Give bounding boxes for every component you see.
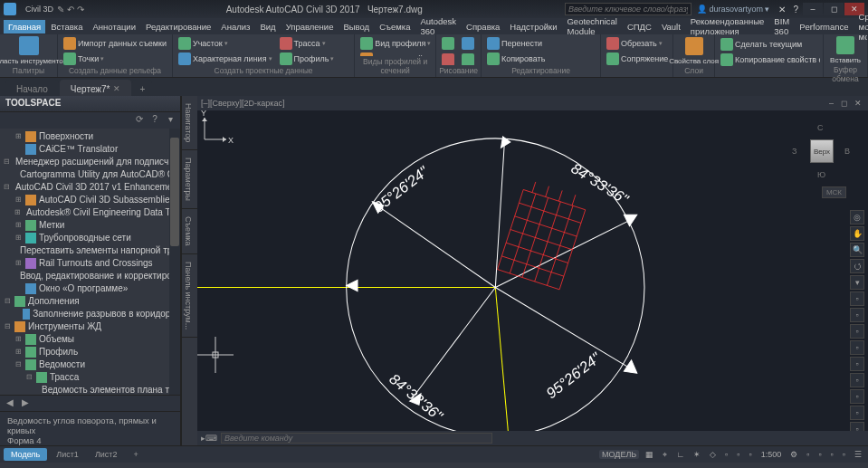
maximize-button[interactable]: ◻ — [824, 3, 844, 15]
nav-i5-icon[interactable]: ▫ — [850, 357, 864, 371]
wcs-label[interactable]: МСК — [822, 186, 846, 198]
status-polar-icon[interactable]: ✶ — [691, 450, 703, 459]
drawing-canvas[interactable]: 95°26'24" 84°33'36" 84°33'36" 95°26'24" … — [197, 110, 868, 431]
makelayer-button[interactable]: Сделать текущим — [718, 37, 820, 52]
command-input[interactable] — [221, 433, 492, 444]
status-model-label[interactable]: МОДЕЛЬ — [599, 450, 639, 459]
copy-button[interactable]: Копировать — [484, 52, 548, 65]
line-button[interactable] — [439, 36, 457, 51]
tab-insert[interactable]: Вставка — [46, 20, 87, 33]
nav-i9-icon[interactable]: ▫ — [850, 422, 864, 431]
viewcube-face[interactable]: Верх — [810, 139, 834, 163]
status-scale[interactable]: 1:500 — [758, 450, 785, 459]
status-i7-icon[interactable]: ▫ — [828, 450, 836, 459]
viewcube-north[interactable]: С — [817, 123, 824, 132]
layout-tab-1[interactable]: Лист1 — [49, 448, 86, 461]
nav-i1-icon[interactable]: ▫ — [850, 291, 864, 306]
tree-item[interactable]: Ввод, редактирование и корректировка тео… — [0, 270, 180, 282]
tree-item[interactable]: Окно «О программе» — [0, 282, 180, 295]
paste-button[interactable]: Вставить — [826, 36, 864, 64]
expand-icon[interactable]: ⊞ — [14, 206, 21, 219]
viewcube-west[interactable]: З — [792, 147, 796, 156]
tree-item[interactable]: ⊞Метки — [0, 219, 180, 232]
status-i3-icon[interactable]: ▫ — [746, 450, 754, 459]
expand-icon[interactable]: ⊟ — [4, 295, 12, 308]
a360-icon[interactable]: ✕ — [775, 5, 789, 14]
status-i6-icon[interactable]: ▫ — [816, 450, 824, 459]
viewcube[interactable]: С Ю З В Верх МСК — [792, 121, 850, 179]
profileview-button[interactable]: Вид профиля▾ — [358, 36, 433, 51]
tab-addins[interactable]: Надстройки — [505, 20, 561, 33]
tree-scrollbar[interactable] — [169, 129, 180, 395]
expand-icon[interactable]: ⊟ — [4, 156, 10, 168]
tree-item[interactable]: ⊟Дополнения — [0, 295, 180, 308]
sidetab-survey[interactable]: Съемка — [182, 209, 197, 253]
layout-tab-2[interactable]: Лист2 — [88, 448, 125, 461]
expand-icon[interactable]: ⊟ — [4, 181, 10, 194]
tab-output[interactable]: Вывод — [339, 20, 374, 33]
ts-help-icon[interactable]: ? — [148, 114, 161, 127]
trim-button[interactable]: Обрезать▾ — [604, 36, 670, 51]
ts-refresh-icon[interactable]: ⟳ — [133, 114, 146, 127]
circle-button[interactable] — [439, 53, 457, 65]
ts-back-icon[interactable]: ◀ — [4, 397, 16, 410]
doctab-new[interactable]: + — [132, 80, 152, 96]
status-i2-icon[interactable]: ▫ — [734, 450, 742, 459]
layout-tab-add[interactable]: + — [126, 448, 145, 461]
scrollbar-thumb[interactable] — [170, 138, 179, 246]
expand-icon[interactable]: ⊞ — [14, 257, 23, 270]
tree-item[interactable]: ⊞Объемы — [0, 333, 180, 346]
expand-icon[interactable]: ⊟ — [25, 371, 33, 384]
nav-zoom-icon[interactable]: 🔍 — [850, 243, 864, 257]
status-i5-icon[interactable]: ▫ — [804, 450, 812, 459]
tree-item[interactable]: Переставить элементы напорной трубопрово… — [0, 244, 180, 257]
doctab-start[interactable]: Начало — [5, 80, 59, 96]
help-search-input[interactable] — [565, 3, 692, 15]
tab-annotate[interactable]: Аннотации — [88, 20, 140, 33]
status-i8-icon[interactable]: ▫ — [840, 450, 848, 459]
fillet-button[interactable]: Сопряжение▾ — [604, 52, 670, 66]
tree-item[interactable]: Cartogramma Utility для AutoCAD® Civil 3… — [0, 168, 180, 181]
tree-item[interactable]: ⊞Rail Turnouts and Crossings — [0, 257, 180, 270]
alignment-button[interactable]: Трасса▾ — [277, 36, 338, 51]
nav-i7-icon[interactable]: ▫ — [850, 389, 864, 404]
tree-item[interactable]: Заполнение разрывов в коридорах — [0, 308, 180, 320]
sidetab-settings[interactable]: Параметры — [182, 150, 197, 209]
nav-wheel-icon[interactable]: ◎ — [850, 210, 864, 224]
tree-item[interactable]: ⊟Трасса — [0, 371, 180, 384]
layout-tab-model[interactable]: Модель — [4, 448, 47, 461]
matchlayer-button[interactable]: Копирование свойств слоя — [718, 53, 820, 67]
minimize-button[interactable]: – — [803, 3, 823, 15]
tab-manage[interactable]: Управление — [281, 20, 339, 33]
nav-i3-icon[interactable]: ▫ — [850, 324, 864, 339]
tree-item[interactable]: ⊟Инструменты ЖД — [0, 320, 180, 333]
expand-icon[interactable]: ⊟ — [14, 358, 23, 371]
expand-icon[interactable]: ⊞ — [14, 194, 23, 206]
nav-showm-icon[interactable]: ▾ — [850, 275, 864, 290]
viewport-controls[interactable]: [–][Сверху][2D-каркас] — [201, 99, 284, 108]
user-menu[interactable]: 👤 durasovartyom ▾ — [692, 5, 776, 14]
tree-item[interactable]: ⊟AutoCAD Civil 3D 2017 v1 Enhancements — [0, 181, 180, 194]
status-ortho-icon[interactable]: ∟ — [673, 450, 687, 459]
expand-icon[interactable]: ⊞ — [14, 232, 23, 244]
expand-icon[interactable]: ⊞ — [14, 219, 23, 232]
import-survey-button[interactable]: Импорт данных съемки — [61, 36, 169, 51]
quick-access[interactable]: ✎ ↶ ↷ — [57, 5, 84, 14]
sidetab-prospector[interactable]: Навигатор — [182, 96, 197, 150]
status-grid-icon[interactable]: ▦ — [643, 450, 656, 459]
expand-icon[interactable]: ⊞ — [14, 130, 23, 143]
arc-button[interactable] — [459, 36, 477, 51]
nav-orbit-icon[interactable]: ⭯ — [850, 259, 864, 273]
featureline-button[interactable]: Характерная линия▾ — [176, 52, 275, 65]
vp-minimize-icon[interactable]: – — [826, 99, 836, 108]
tab-analyze[interactable]: Анализ — [216, 20, 254, 33]
ts-fwd-icon[interactable]: ▶ — [19, 397, 32, 410]
nav-pan-icon[interactable]: ✋ — [850, 226, 864, 241]
tab-spds[interactable]: СПДС — [623, 20, 656, 33]
status-i4-icon[interactable]: ⚙ — [787, 450, 800, 459]
tab-view[interactable]: Вид — [255, 20, 280, 33]
ts-dropdown-icon[interactable]: ▾ — [164, 114, 176, 127]
tree-item[interactable]: ⊞Профиль — [0, 346, 180, 358]
close-icon[interactable]: ✕ — [113, 84, 120, 93]
vp-close-icon[interactable]: ✕ — [852, 99, 864, 108]
